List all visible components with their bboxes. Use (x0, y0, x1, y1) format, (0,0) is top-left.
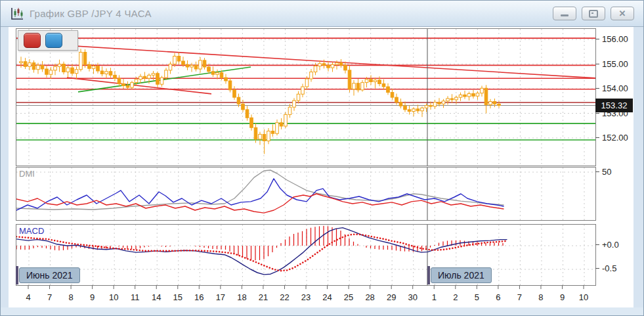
macd-scale-tick: -0.5 (595, 263, 633, 273)
date-label: 17 (211, 292, 230, 302)
month-separator-june (16, 266, 18, 284)
window-frame-right (633, 27, 643, 315)
title-bar: График GBP /JPY 4 ЧАСА ✕ (1, 1, 643, 27)
chart-toolbar (18, 30, 78, 51)
x-axis: 4789101114151617182122232425282930125678… (16, 285, 595, 305)
price-tick (595, 137, 599, 138)
dmi-scale-tick: 50 (595, 167, 633, 176)
price-label: 152.00 (602, 133, 628, 143)
date-label: 8 (61, 292, 81, 302)
buy-button[interactable] (45, 33, 62, 48)
price-tick (595, 64, 599, 64)
current-price-badge: 153.32 (595, 99, 633, 112)
candlestick-chart-icon (10, 7, 24, 21)
macd-pane-label: MACD (19, 226, 44, 236)
price-label: 156.00 (602, 34, 628, 44)
close-button[interactable]: ✕ (611, 7, 634, 20)
price-tick (595, 39, 599, 39)
date-label: 28 (360, 292, 380, 302)
price-tick (595, 113, 599, 114)
dmi-pane-label: DMI (19, 169, 35, 179)
price-pane[interactable] (16, 28, 596, 166)
window-title: График GBP /JPY 4 ЧАСА (30, 8, 152, 19)
minimize-button[interactable] (553, 7, 576, 20)
window-frame-bottom (1, 307, 643, 315)
price-label: 155.00 (602, 59, 628, 69)
date-label: 29 (381, 292, 401, 302)
date-label: 23 (296, 292, 316, 302)
date-label: 5 (467, 292, 486, 302)
date-label: 15 (168, 292, 188, 302)
date-label: 9 (553, 292, 572, 302)
month-separator-july (427, 266, 430, 284)
date-label: 16 (189, 292, 209, 302)
date-label: 6 (488, 292, 508, 302)
date-label: 30 (403, 292, 423, 302)
minimize-icon (561, 14, 569, 16)
date-label: 21 (253, 292, 273, 302)
price-axis: 156.00155.00154.00153.00152.00 (595, 28, 633, 166)
date-label: 2 (446, 292, 465, 302)
month-label-june: Июнь 2021 (19, 267, 80, 283)
date-label: 4 (18, 292, 38, 302)
date-label: 8 (531, 292, 551, 302)
date-label: 9 (83, 292, 102, 302)
app-window: График GBP /JPY 4 ЧАСА ✕ DMI MACD 156.00… (0, 0, 644, 316)
close-icon: ✕ (619, 9, 626, 18)
price-label: 154.00 (602, 83, 628, 93)
date-label: 10 (104, 292, 123, 302)
date-label: 1 (424, 292, 444, 302)
date-label: 24 (318, 292, 337, 302)
date-label: 14 (146, 292, 166, 302)
date-label: 11 (125, 292, 145, 302)
maximize-icon (589, 10, 598, 18)
window-controls: ✕ (553, 7, 634, 20)
month-label-july: Июль 2021 (431, 267, 492, 283)
price-tick (595, 88, 599, 89)
macd-scale-tick: +0.0 (595, 240, 633, 249)
date-label: 7 (509, 292, 529, 302)
date-label: 25 (339, 292, 358, 302)
dmi-pane[interactable]: DMI (16, 167, 596, 221)
macd-pane[interactable]: MACD (16, 224, 596, 286)
date-label: 22 (274, 292, 294, 302)
maximize-button[interactable] (582, 7, 605, 20)
date-label: 7 (40, 292, 60, 302)
date-label: 10 (574, 292, 593, 302)
date-label: 18 (232, 292, 251, 302)
sell-button[interactable] (24, 33, 41, 48)
